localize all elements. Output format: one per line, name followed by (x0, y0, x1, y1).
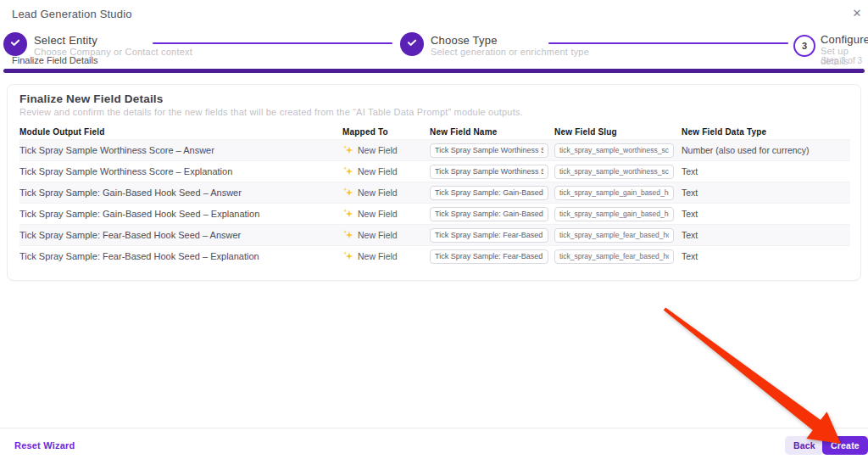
data-type-label: Text (682, 251, 850, 261)
mapped-to-cell: New Field (342, 187, 430, 199)
new-field-name-input[interactable] (430, 143, 548, 158)
mapped-to-cell: New Field (342, 144, 430, 157)
check-icon (9, 36, 21, 52)
step-2-choose-type[interactable] (400, 32, 424, 56)
column-module-output-field: Module Output Field (19, 127, 342, 137)
lead-generation-studio-dialog: { "window": { "title": "Lead Generation … (0, 0, 868, 459)
field-table-header: Module Output Field Mapped To New Field … (19, 124, 850, 139)
sparkles-icon (342, 187, 353, 199)
mapped-to-cell: New Field (342, 250, 430, 263)
new-field-name-cell (430, 249, 554, 264)
table-row: Tick Spray Sample: Gain-Based Hook Seed … (19, 182, 850, 203)
back-button[interactable]: Back (785, 436, 824, 455)
check-icon (406, 36, 418, 52)
finalize-details-panel: Finalize New Field Details Review and co… (7, 84, 861, 281)
sparkles-icon (342, 144, 353, 157)
sparkles-icon (342, 165, 353, 178)
window-title: Lead Generation Studio (12, 8, 132, 20)
mapped-to-label: New Field (358, 209, 398, 219)
new-field-slug-input[interactable] (554, 249, 674, 264)
new-field-slug-input[interactable] (554, 186, 674, 200)
column-new-field-slug: New Field Slug (554, 127, 682, 137)
mapped-to-label: New Field (358, 188, 398, 198)
new-field-name-input[interactable] (430, 207, 548, 221)
step-2-subtitle: Select generation or enrichment type (431, 47, 589, 57)
sparkles-icon (342, 250, 353, 263)
new-field-slug-cell (554, 186, 682, 200)
new-field-slug-input[interactable] (554, 228, 674, 243)
mapped-to-label: New Field (358, 166, 398, 176)
table-row: Tick Spray Sample: Gain-Based Hook Seed … (19, 203, 850, 224)
new-field-slug-input[interactable] (554, 207, 674, 221)
module-output-field-label: Tick Spray Sample: Gain-Based Hook Seed … (19, 188, 342, 198)
mapped-to-cell: New Field (342, 229, 430, 242)
column-mapped-to: Mapped To (342, 127, 430, 137)
table-row: Tick Spray Sample Worthiness Score – Ans… (19, 139, 850, 160)
module-output-field-label: Tick Spray Sample: Gain-Based Hook Seed … (19, 209, 342, 219)
close-icon[interactable]: ✕ (848, 3, 866, 22)
reset-wizard-link[interactable]: Reset Wizard (14, 440, 75, 451)
table-row: Tick Spray Sample: Fear-Based Hook Seed … (19, 224, 850, 245)
new-field-name-input[interactable] (430, 165, 548, 179)
data-type-label: Text (682, 166, 850, 176)
new-field-slug-cell (554, 228, 682, 243)
module-output-field-label: Tick Spray Sample Worthiness Score – Ans… (19, 145, 342, 155)
create-button[interactable]: Create (822, 436, 868, 455)
red-arrow-annotation (653, 299, 856, 456)
wizard-progress-bar (3, 69, 865, 73)
footer-divider (0, 428, 868, 428)
new-field-name-input[interactable] (430, 228, 548, 243)
field-table: Module Output Field Mapped To New Field … (19, 124, 850, 266)
active-step-label: Finalize Field Details (12, 55, 97, 65)
new-field-name-cell (430, 165, 554, 179)
module-output-field-label: Tick Spray Sample Worthiness Score – Exp… (19, 166, 342, 176)
panel-description: Review and confirm the details for the n… (19, 107, 523, 117)
data-type-label: Number (also used for currency) (682, 145, 850, 155)
step-1-title: Select Entity (34, 34, 97, 47)
new-field-name-cell (430, 207, 554, 221)
data-type-label: Text (682, 230, 850, 240)
new-field-name-cell (430, 186, 554, 200)
new-field-slug-cell (554, 165, 682, 179)
data-type-label: Text (682, 188, 850, 198)
mapped-to-cell: New Field (342, 165, 430, 178)
column-new-field-name: New Field Name (430, 127, 554, 137)
mapped-to-cell: New Field (342, 208, 430, 221)
sparkles-icon (342, 208, 353, 221)
new-field-slug-input[interactable] (554, 165, 674, 179)
step-3-number: 3 (802, 41, 807, 51)
mapped-to-label: New Field (358, 230, 398, 240)
new-field-name-input[interactable] (430, 249, 548, 264)
module-output-field-label: Tick Spray Sample: Fear-Based Hook Seed … (19, 251, 342, 261)
step-3-title: Configure (821, 33, 868, 46)
column-new-field-data-type: New Field Data Type (682, 127, 850, 137)
new-field-name-cell (430, 143, 554, 158)
data-type-label: Text (682, 209, 850, 219)
mapped-to-label: New Field (358, 145, 398, 155)
step-1-select-entity[interactable] (3, 32, 27, 56)
new-field-slug-cell (554, 143, 682, 158)
new-field-name-input[interactable] (430, 186, 548, 200)
mapped-to-label: New Field (358, 251, 398, 261)
step-3-configure[interactable]: 3 (793, 35, 815, 57)
step-connector (153, 42, 392, 44)
step-connector (548, 42, 788, 44)
step-progress-text: Step 3 of 3 (821, 56, 862, 65)
module-output-field-label: Tick Spray Sample: Fear-Based Hook Seed … (19, 230, 342, 240)
step-2-title: Choose Type (431, 34, 498, 47)
panel-heading: Finalize New Field Details (19, 92, 164, 105)
new-field-slug-cell (554, 207, 682, 221)
table-row: Tick Spray Sample: Fear-Based Hook Seed … (19, 245, 850, 266)
table-row: Tick Spray Sample Worthiness Score – Exp… (19, 160, 850, 182)
new-field-slug-input[interactable] (554, 143, 674, 158)
field-table-body: Tick Spray Sample Worthiness Score – Ans… (19, 139, 850, 266)
new-field-name-cell (430, 228, 554, 243)
sparkles-icon (342, 229, 353, 242)
new-field-slug-cell (554, 249, 682, 264)
